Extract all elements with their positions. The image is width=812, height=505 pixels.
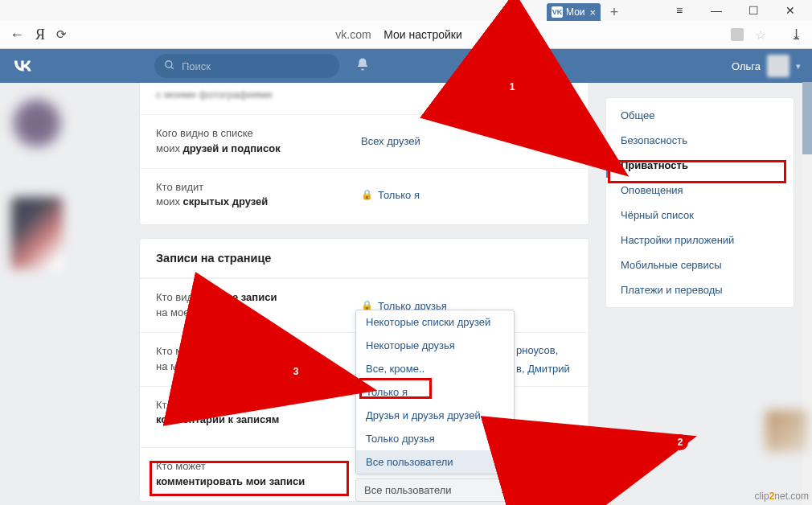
back-icon[interactable]: ← (10, 27, 24, 43)
maximize-button[interactable]: ☐ (735, 0, 772, 21)
dropdown-option[interactable]: Все, кроме.. (356, 357, 514, 380)
sidebar-item-general[interactable]: Общее (606, 103, 794, 128)
vk-topbar: Ольга ▾ (0, 49, 812, 83)
close-icon[interactable]: × (590, 6, 597, 18)
setting-value[interactable]: Всех друзей (361, 126, 420, 157)
search-box[interactable] (154, 54, 339, 78)
sidebar-item-apps[interactable]: Настройки приложений (606, 228, 794, 252)
privacy-dropdown-open: Некоторые списки друзей Некоторые друзья… (355, 310, 515, 474)
privacy-dropdown-trigger[interactable]: Все пользователи ▴ (355, 478, 515, 502)
site-info-icon[interactable] (731, 28, 744, 41)
blurred-photo (11, 197, 63, 269)
username: Ольга (732, 60, 761, 72)
svg-line-1 (171, 66, 174, 68)
close-window-button[interactable]: ✕ (772, 0, 809, 21)
page-scrollbar-thumb[interactable] (802, 82, 812, 154)
svg-point-0 (166, 60, 172, 67)
lock-icon: 🔒 (361, 189, 373, 200)
browser-tab-active[interactable]: VK Мои × (547, 3, 601, 21)
card-header: Записи на странице (140, 239, 588, 278)
tab-title: Мои (566, 6, 585, 18)
setting-value-partial-names: рноусов, в, Дмитрий (516, 341, 570, 379)
vk-logo-icon[interactable] (11, 55, 34, 77)
avatar (767, 55, 789, 77)
chevron-down-icon: ▾ (796, 61, 801, 72)
dropdown-option[interactable]: Некоторые друзья (356, 334, 514, 357)
address-bar: ← Я ⟳ vk.com Мои настройки ☆ ⤓ (0, 21, 812, 48)
dropdown-option[interactable]: Только друзья (356, 427, 514, 450)
dropdown-option[interactable]: Друзья и друзья друзей (356, 404, 514, 427)
setting-value[interactable]: 🔒 Только я (361, 180, 420, 211)
privacy-card-photos: с моими фотографиями Кого видно в списке… (139, 83, 589, 225)
setting-label: с моими фотографиями (156, 88, 361, 103)
sidebar-item-blacklist[interactable]: Чёрный список (606, 203, 794, 228)
hamburger-icon[interactable]: ≡ (661, 0, 698, 21)
window-titlebar: VK Мои × + ≡ — ☐ ✕ (0, 0, 812, 21)
notifications-icon[interactable] (355, 57, 370, 76)
minimize-button[interactable]: — (698, 0, 735, 21)
new-tab-button[interactable]: + (605, 3, 623, 21)
vk-favicon: VK (552, 6, 563, 18)
sidebar-item-notifications[interactable]: Оповещения (606, 178, 794, 203)
blurred-avatar (11, 97, 63, 149)
downloads-icon[interactable]: ⤓ (790, 26, 802, 43)
user-menu[interactable]: Ольга ▾ (732, 55, 801, 77)
blurred-thumb-corner (765, 410, 807, 452)
setting-row-hidden-friends: Кто видит моих скрытых друзей 🔒 Только я (140, 168, 588, 222)
settings-nav: Общее Безопасность Приватность Оповещени… (605, 97, 794, 308)
setting-label: Кто видит комментарии к записям (156, 398, 361, 429)
setting-row-friends-list: Кого видно в списке моих друзей и подпис… (140, 114, 588, 168)
sidebar-item-mobile[interactable]: Мобильные сервисы (606, 252, 794, 277)
chevron-up-icon: ▴ (502, 486, 506, 495)
setting-label: Кто может оставлять записи на моей стран… (156, 344, 361, 375)
watermark: clip2net.com (755, 491, 809, 502)
yandex-logo-icon[interactable]: Я (35, 27, 45, 43)
setting-label: Кто может комментировать мои записи (156, 459, 361, 490)
left-column (6, 83, 139, 505)
search-input[interactable] (182, 60, 330, 72)
dropdown-option[interactable]: Некоторые списки друзей (356, 310, 514, 334)
setting-label: Кто видит чужие записи на моей странице (156, 290, 361, 321)
reload-icon[interactable]: ⟳ (56, 27, 67, 42)
bookmark-star-icon[interactable]: ☆ (755, 27, 766, 43)
sidebar-item-security[interactable]: Безопасность (606, 128, 794, 153)
url-display[interactable]: vk.com Мои настройки (78, 28, 720, 41)
dropdown-option-selected[interactable]: Все пользователи (356, 450, 514, 474)
dropdown-option-only-me[interactable]: Только я (356, 380, 514, 404)
search-icon (164, 60, 175, 73)
setting-label: Кто видит моих скрытых друзей (156, 180, 361, 211)
browser-chrome: VK Мои × + ≡ — ☐ ✕ ← Я ⟳ vk.com Мои наст… (0, 0, 812, 49)
browser-tabstrip: VK Мои × + (0, 0, 623, 21)
sidebar-item-payments[interactable]: Платежи и переводы (606, 277, 794, 302)
sidebar-item-privacy[interactable]: Приватность (606, 153, 794, 178)
setting-label: Кого видно в списке моих друзей и подпис… (156, 126, 361, 157)
